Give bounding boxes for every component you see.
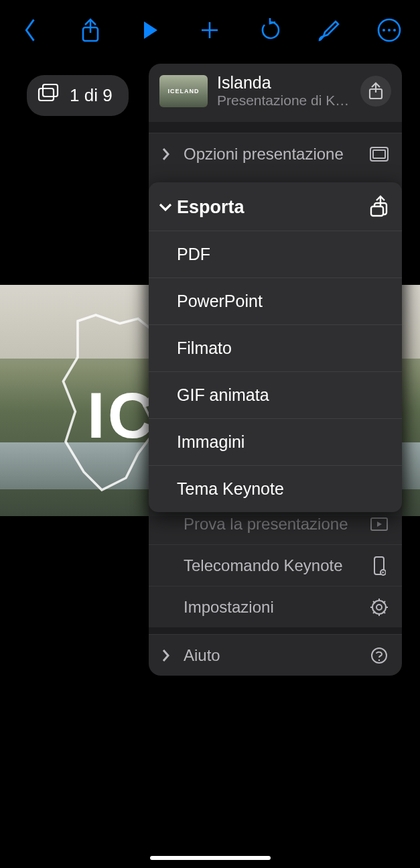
add-button[interactable] [186,6,234,54]
export-option-powerpoint[interactable]: PowerPoint [149,277,402,324]
presentation-options-row[interactable]: Opzioni presentazione [149,133,402,174]
keynote-remote-row[interactable]: Telecomando Keynote [149,544,402,586]
row-label: Prova la presentazione [184,515,368,534]
export-item-label: PDF [177,245,210,264]
more-button[interactable] [365,6,413,54]
slide-title-fragment: IC [87,379,157,452]
document-thumbnail [159,75,208,107]
svg-rect-10 [43,84,58,97]
svg-point-7 [388,29,391,32]
format-brush-button[interactable] [305,6,354,54]
toolbar [0,0,420,60]
row-label: Opzioni presentazione [184,145,368,164]
popover-header: Islanda Presentazione di K… [149,64,402,122]
export-option-gif[interactable]: GIF animata [149,371,402,418]
svg-marker-2 [144,21,157,39]
export-submenu: Esporta PDF PowerPoint Filmato GIF anima… [149,182,402,512]
header-share-button[interactable] [360,76,391,107]
chevron-right-icon [161,147,177,162]
export-option-pdf[interactable]: PDF [149,231,402,277]
separator [149,627,402,634]
document-title: Islanda [217,73,351,92]
slide-counter-label: 1 di 9 [70,85,113,106]
home-indicator[interactable] [150,856,271,860]
svg-rect-34 [371,206,383,216]
separator [149,122,402,133]
play-button[interactable] [126,6,174,54]
document-subtitle: Presentazione di K… [217,92,351,109]
export-option-images[interactable]: Immagini [149,418,402,465]
row-label: Aiuto [184,646,368,665]
play-rect-icon [368,517,390,532]
settings-row[interactable]: Impostazioni [149,586,402,627]
help-icon [368,647,390,664]
slide-navigator-pill[interactable]: 1 di 9 [27,75,129,116]
svg-point-21 [376,605,382,610]
export-item-label: Tema Keynote [177,479,284,499]
export-item-label: Immagini [177,432,244,452]
svg-point-6 [382,29,385,32]
export-item-label: Filmato [177,338,232,358]
chevron-right-icon [161,648,177,663]
row-label: Impostazioni [184,598,368,617]
slides-icon [38,83,60,108]
share-button[interactable] [66,6,115,54]
export-item-label: GIF animata [177,385,269,405]
export-header-row[interactable]: Esporta [149,182,402,231]
svg-point-8 [393,29,396,32]
export-option-theme[interactable]: Tema Keynote [149,465,402,512]
back-button[interactable] [7,6,55,54]
export-option-movie[interactable]: Filmato [149,324,402,371]
svg-marker-16 [377,521,382,527]
gear-icon [368,598,390,617]
chevron-down-icon [158,202,177,212]
export-title: Esporta [177,197,368,218]
svg-rect-9 [39,88,54,101]
svg-rect-14 [373,150,385,158]
undo-button[interactable] [246,6,294,54]
presentation-icon [368,146,390,162]
export-item-label: PowerPoint [177,292,263,311]
row-label: Telecomando Keynote [184,556,368,575]
help-row[interactable]: Aiuto [149,634,402,676]
iphone-icon [368,556,390,576]
export-share-icon [368,194,390,220]
svg-point-31 [378,659,380,660]
